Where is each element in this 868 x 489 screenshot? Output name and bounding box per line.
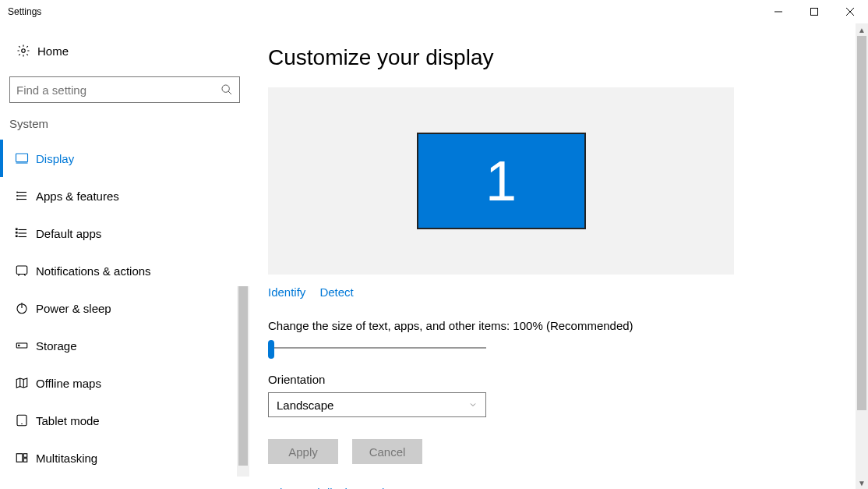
search-box[interactable]: [9, 76, 240, 103]
sidebar-item-label: Apps & features: [36, 190, 119, 203]
sidebar: Home System Display Apps & features Defa…: [0, 23, 249, 489]
monitor-thumbnail[interactable]: 1: [417, 133, 586, 229]
svg-point-12: [17, 192, 18, 193]
monitor-number: 1: [485, 149, 517, 213]
sidebar-item-multitasking[interactable]: Multitasking: [0, 439, 249, 477]
svg-line-6: [228, 91, 231, 94]
svg-rect-20: [16, 236, 18, 237]
power-icon: [11, 301, 33, 315]
sidebar-item-label: Power & sleep: [36, 302, 111, 315]
notifications-icon: [11, 264, 33, 278]
sidebar-item-tablet-mode[interactable]: Tablet mode: [0, 402, 249, 439]
sidebar-item-label: Display: [36, 152, 74, 165]
sidebar-item-label: Notifications & actions: [36, 264, 151, 278]
cancel-button[interactable]: Cancel: [352, 439, 422, 464]
sidebar-scrollbar[interactable]: [237, 286, 249, 477]
gear-icon: [12, 44, 34, 58]
svg-point-5: [222, 85, 229, 92]
sidebar-item-display[interactable]: Display: [0, 140, 249, 177]
sidebar-item-label: Offline maps: [36, 377, 101, 390]
search-icon: [221, 83, 233, 96]
storage-icon: [11, 338, 33, 353]
orientation-dropdown[interactable]: Landscape: [268, 392, 486, 417]
close-button[interactable]: [832, 0, 868, 23]
display-icon: [11, 151, 33, 165]
sidebar-scrollbar-thumb[interactable]: [238, 286, 248, 466]
svg-rect-21: [16, 266, 27, 275]
svg-rect-19: [16, 232, 18, 234]
maps-icon: [11, 376, 33, 390]
maximize-button[interactable]: [796, 0, 832, 23]
sidebar-item-label: Tablet mode: [36, 414, 100, 427]
tablet-icon: [11, 413, 33, 427]
sidebar-item-label: Storage: [36, 339, 77, 353]
main-scrollbar[interactable]: ▲ ▼: [856, 23, 868, 489]
sidebar-item-power-sleep[interactable]: Power & sleep: [0, 289, 249, 327]
svg-rect-1: [811, 9, 818, 16]
home-label: Home: [37, 44, 69, 58]
svg-rect-7: [16, 154, 28, 162]
sidebar-item-storage[interactable]: Storage: [0, 327, 249, 364]
display-preview-area[interactable]: 1: [268, 87, 734, 275]
sidebar-item-default-apps[interactable]: Default apps: [0, 214, 249, 252]
identify-link[interactable]: Identify: [268, 285, 305, 299]
orientation-label: Orientation: [268, 373, 837, 386]
apps-icon: [11, 189, 33, 203]
main-scrollbar-thumb[interactable]: [857, 36, 866, 410]
svg-point-4: [22, 49, 26, 53]
sidebar-item-label: Multitasking: [36, 452, 97, 465]
chevron-down-icon: [468, 400, 478, 409]
svg-point-25: [19, 345, 20, 346]
svg-rect-31: [23, 454, 27, 458]
scale-slider[interactable]: [268, 340, 486, 356]
sidebar-item-label: Default apps: [36, 227, 101, 240]
apply-button[interactable]: Apply: [268, 439, 338, 464]
defaultapps-icon: [11, 226, 33, 240]
svg-point-14: [17, 199, 18, 200]
nav-list: Display Apps & features Default apps Not…: [0, 140, 249, 477]
sidebar-item-apps-features[interactable]: Apps & features: [0, 177, 249, 214]
svg-point-13: [17, 196, 18, 197]
maximize-icon: [810, 8, 818, 16]
slider-thumb[interactable]: [268, 340, 274, 359]
search-input[interactable]: [16, 83, 221, 97]
svg-rect-32: [23, 459, 27, 462]
scale-label: Change the size of text, apps, and other…: [268, 319, 837, 332]
sidebar-item-offline-maps[interactable]: Offline maps: [0, 364, 249, 402]
orientation-value: Landscape: [277, 399, 333, 412]
window-title: Settings: [8, 6, 41, 17]
multitasking-icon: [11, 451, 33, 465]
page-heading: Customize your display: [268, 45, 837, 70]
scroll-down-arrow-icon[interactable]: ▼: [856, 477, 868, 489]
window-controls: [760, 0, 868, 23]
scroll-up-arrow-icon[interactable]: ▲: [856, 23, 868, 36]
slider-track: [268, 347, 486, 349]
detect-link[interactable]: Detect: [319, 285, 353, 299]
close-icon: [846, 8, 854, 16]
category-label: System: [0, 117, 249, 130]
minimize-button[interactable]: [760, 0, 796, 23]
titlebar: Settings: [0, 0, 868, 23]
main-panel: Customize your display 1 Identify Detect…: [249, 23, 868, 489]
svg-rect-30: [16, 454, 23, 462]
minimize-icon: [774, 8, 782, 16]
home-button[interactable]: Home: [0, 37, 249, 64]
advanced-display-settings-link[interactable]: Advanced display settings: [268, 486, 403, 489]
svg-rect-18: [16, 229, 18, 230]
sidebar-item-notifications[interactable]: Notifications & actions: [0, 252, 249, 289]
